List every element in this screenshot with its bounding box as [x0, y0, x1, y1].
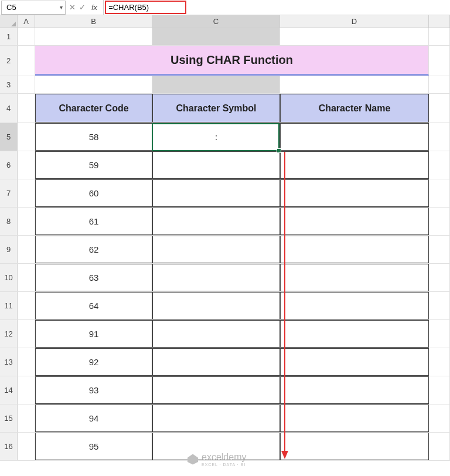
cell[interactable] — [429, 123, 450, 151]
col-header-D[interactable]: D — [280, 15, 429, 28]
title-cell[interactable]: Using CHAR Function — [35, 46, 429, 76]
data-cell-code[interactable]: 91 — [35, 320, 152, 348]
cell[interactable] — [18, 28, 35, 45]
cell[interactable] — [18, 208, 35, 235]
row-header-6[interactable]: 6 — [0, 151, 18, 179]
data-cell-name[interactable] — [280, 404, 429, 432]
cell[interactable] — [280, 76, 429, 93]
row-header-9[interactable]: 9 — [0, 236, 18, 263]
data-cell-symbol[interactable] — [152, 264, 280, 291]
row-header-1[interactable]: 1 — [0, 28, 18, 45]
data-cell-name[interactable] — [280, 376, 429, 404]
name-box[interactable]: C5 ▾ — [1, 1, 66, 15]
col-header-E[interactable] — [429, 15, 450, 28]
cell[interactable] — [18, 376, 35, 404]
data-cell-symbol[interactable] — [152, 320, 280, 348]
formula-input[interactable]: =CHAR(B5) — [104, 0, 450, 15]
cell[interactable] — [18, 264, 35, 291]
cell[interactable] — [429, 236, 450, 263]
cell[interactable] — [18, 236, 35, 263]
data-cell-code[interactable]: 60 — [35, 179, 152, 207]
row-header-11[interactable]: 11 — [0, 292, 18, 319]
data-cell-name[interactable] — [280, 348, 429, 376]
col-header-B[interactable]: B — [35, 15, 152, 28]
col-header-C[interactable]: C — [152, 15, 280, 28]
cell[interactable] — [152, 28, 280, 45]
row-header-13[interactable]: 13 — [0, 348, 18, 376]
data-cell-code[interactable]: 64 — [35, 292, 152, 319]
cell[interactable] — [429, 292, 450, 319]
row-header-5[interactable]: 5 — [0, 123, 18, 151]
cancel-icon[interactable]: ✕ — [69, 3, 76, 12]
data-cell-symbol[interactable] — [152, 348, 280, 376]
data-cell-code[interactable]: 62 — [35, 236, 152, 263]
cell[interactable] — [152, 76, 280, 93]
data-cell-code[interactable]: 93 — [35, 376, 152, 404]
header-symbol[interactable]: Character Symbol — [152, 94, 280, 123]
row-header-7[interactable]: 7 — [0, 179, 18, 207]
col-header-A[interactable]: A — [18, 15, 35, 28]
cell[interactable] — [429, 179, 450, 207]
data-cell-code[interactable]: 92 — [35, 348, 152, 376]
cell[interactable] — [429, 151, 450, 179]
cell[interactable] — [429, 433, 450, 460]
cell[interactable] — [429, 94, 450, 123]
row-header-14[interactable]: 14 — [0, 376, 18, 404]
data-cell-code[interactable]: 59 — [35, 151, 152, 179]
data-cell-code[interactable]: 63 — [35, 264, 152, 291]
data-cell-code[interactable]: 61 — [35, 208, 152, 235]
data-cell-name[interactable] — [280, 433, 429, 460]
cell[interactable] — [18, 348, 35, 376]
data-cell-code[interactable]: 58 — [35, 123, 152, 151]
data-cell-symbol[interactable]: : — [152, 123, 280, 151]
cell[interactable] — [429, 28, 450, 45]
cell[interactable] — [18, 123, 35, 151]
cell[interactable] — [18, 46, 35, 76]
cell[interactable] — [18, 94, 35, 123]
header-code[interactable]: Character Code — [35, 94, 152, 123]
row-header-4[interactable]: 4 — [0, 94, 18, 123]
cell[interactable] — [18, 404, 35, 432]
select-all-corner[interactable] — [0, 15, 18, 28]
data-cell-code[interactable]: 95 — [35, 433, 152, 460]
cell[interactable] — [280, 28, 429, 45]
enter-icon[interactable]: ✓ — [79, 3, 86, 12]
data-cell-symbol[interactable] — [152, 404, 280, 432]
data-cell-symbol[interactable] — [152, 208, 280, 235]
cell[interactable] — [18, 179, 35, 207]
data-cell-symbol[interactable] — [152, 292, 280, 319]
cell[interactable] — [35, 28, 152, 45]
data-cell-name[interactable] — [280, 208, 429, 235]
header-name[interactable]: Character Name — [280, 94, 429, 123]
data-cell-symbol[interactable] — [152, 236, 280, 263]
cell[interactable] — [18, 433, 35, 460]
cell[interactable] — [35, 76, 152, 93]
cell[interactable] — [429, 348, 450, 376]
cell[interactable] — [429, 404, 450, 432]
data-cell-code[interactable]: 94 — [35, 404, 152, 432]
row-header-2[interactable]: 2 — [0, 46, 18, 76]
cell[interactable] — [18, 151, 35, 179]
name-box-dropdown-icon[interactable]: ▾ — [60, 4, 63, 11]
data-cell-symbol[interactable] — [152, 179, 280, 207]
data-cell-name[interactable] — [280, 236, 429, 263]
cell[interactable] — [429, 320, 450, 348]
cell[interactable] — [429, 208, 450, 235]
data-cell-name[interactable] — [280, 264, 429, 291]
fx-icon[interactable]: fx — [89, 3, 100, 12]
cell[interactable] — [18, 320, 35, 348]
data-cell-name[interactable] — [280, 179, 429, 207]
cell[interactable] — [429, 264, 450, 291]
data-cell-symbol[interactable] — [152, 151, 280, 179]
data-cell-symbol[interactable] — [152, 376, 280, 404]
cell[interactable] — [429, 46, 450, 76]
data-cell-name[interactable] — [280, 123, 429, 151]
data-cell-name[interactable] — [280, 320, 429, 348]
row-header-10[interactable]: 10 — [0, 264, 18, 291]
row-header-15[interactable]: 15 — [0, 404, 18, 432]
row-header-8[interactable]: 8 — [0, 208, 18, 235]
cell[interactable] — [18, 76, 35, 93]
row-header-3[interactable]: 3 — [0, 76, 18, 93]
cell[interactable] — [429, 76, 450, 93]
data-cell-name[interactable] — [280, 151, 429, 179]
